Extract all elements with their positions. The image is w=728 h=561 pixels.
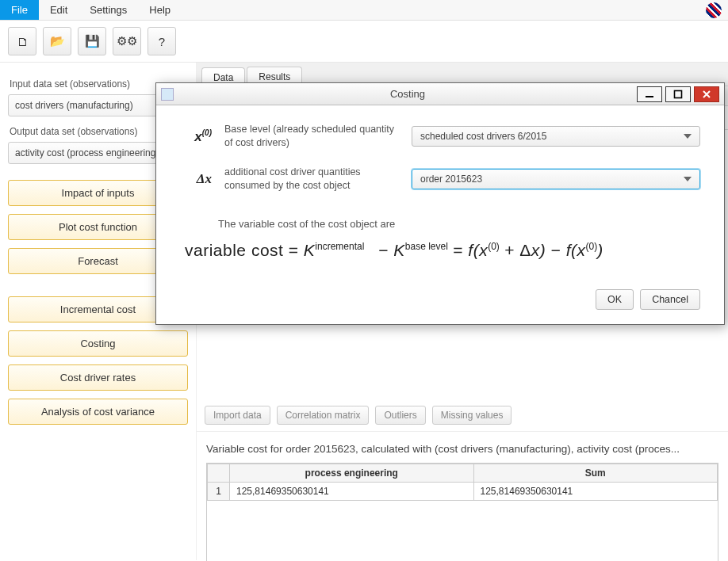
formula-intro: The variable cost of the cost object are — [218, 218, 700, 230]
correlation-matrix-button[interactable]: Correlation matrix — [277, 406, 370, 425]
dialog-icon — [161, 88, 174, 101]
language-flag-icon[interactable] — [706, 2, 722, 18]
param-x0-symbol: x(0) — [180, 128, 212, 145]
table-row[interactable]: 1 125,81469350630141 125,81469350630141 — [208, 483, 718, 501]
import-data-button[interactable]: Import data — [205, 406, 270, 425]
menu-file[interactable]: File — [0, 0, 39, 20]
outliers-button[interactable]: Outliers — [375, 406, 425, 425]
dialog-titlebar[interactable]: Costing — [156, 83, 724, 105]
param-x0-desc: Base level (already scheduled quantity o… — [224, 123, 399, 150]
menu-settings[interactable]: Settings — [79, 0, 138, 20]
result-title: Variable cost for order 2015623, calcula… — [197, 432, 728, 463]
row-index: 1 — [208, 483, 230, 501]
param-dx-symbol: Δx — [180, 171, 212, 187]
result-table-area: process engineering Sum 1 125,8146935063… — [206, 463, 718, 561]
settings-button[interactable]: ⚙⚙ — [113, 27, 141, 55]
menu-help[interactable]: Help — [138, 0, 182, 20]
menu-bar: File Edit Settings Help — [0, 0, 728, 21]
costing-button[interactable]: Costing — [8, 330, 188, 357]
costing-dialog: Costing x(0) Base level (already schedul… — [155, 82, 725, 325]
cell-process-engineering: 125,81469350630141 — [230, 483, 474, 501]
sub-toolbar: Import data Correlation matrix Outliers … — [197, 399, 728, 432]
new-file-button[interactable]: 🗋 — [8, 27, 36, 55]
close-button[interactable] — [694, 86, 719, 102]
dialog-title: Costing — [178, 88, 637, 100]
col-sum: Sum — [473, 464, 718, 483]
analysis-variance-button[interactable]: Analysis of cost variance — [8, 399, 188, 425]
param-dx-desc: additional cost driver quantities consum… — [224, 166, 399, 193]
cell-sum: 125,81469350630141 — [473, 483, 718, 501]
svg-rect-0 — [646, 96, 653, 97]
base-level-dropdown[interactable]: scheduled cost drivers 6/2015 — [412, 126, 700, 147]
row-index-header — [208, 464, 230, 483]
help-button[interactable]: ? — [148, 27, 176, 55]
missing-values-button[interactable]: Missing values — [432, 406, 512, 425]
col-process-engineering: process engineering — [230, 464, 474, 483]
cost-driver-rates-button[interactable]: Cost driver rates — [8, 364, 188, 391]
open-button[interactable]: 📂 — [43, 27, 71, 55]
result-table: process engineering Sum 1 125,8146935063… — [207, 464, 718, 501]
maximize-button[interactable] — [665, 86, 691, 102]
delta-x-dropdown[interactable]: order 2015623 — [412, 169, 700, 189]
menu-edit[interactable]: Edit — [39, 0, 79, 20]
svg-rect-1 — [675, 90, 682, 97]
cancel-button[interactable]: Chancel — [640, 289, 700, 310]
formula: variable cost = Kincremental − Kbase lev… — [185, 241, 700, 261]
ok-button[interactable]: OK — [596, 289, 634, 310]
toolbar: 🗋 📂 💾 ⚙⚙ ? — [0, 21, 728, 63]
save-button[interactable]: 💾 — [78, 27, 106, 55]
minimize-button[interactable] — [637, 86, 662, 102]
